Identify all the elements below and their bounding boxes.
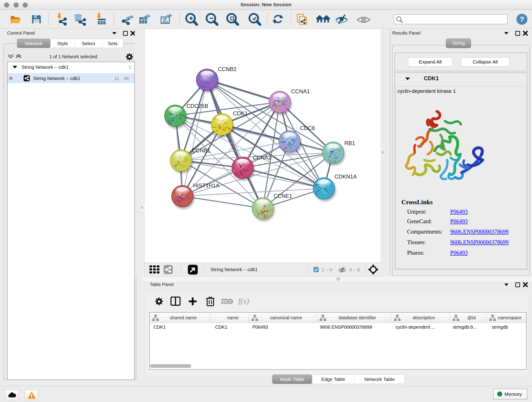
svg-text:CDC25B: CDC25B [186,103,208,109]
svg-text:RB1: RB1 [344,140,355,146]
svg-text:CCNA1: CCNA1 [291,88,310,95]
svg-text:CDK1: CDK1 [233,110,248,116]
svg-text:CCNA2: CCNA2 [253,154,271,161]
svg-text:?: ? [520,15,524,23]
svg-text:CDC6: CDC6 [300,125,315,131]
svg-text:CCNB1: CCNB1 [192,147,210,153]
svg-text:CCNB2: CCNB2 [218,66,236,72]
svg-text:CCNE1: CCNE1 [273,193,292,199]
svg-text:HIST1H1A: HIST1H1A [193,182,220,189]
svg-text:CDKN1A: CDKN1A [335,173,357,180]
